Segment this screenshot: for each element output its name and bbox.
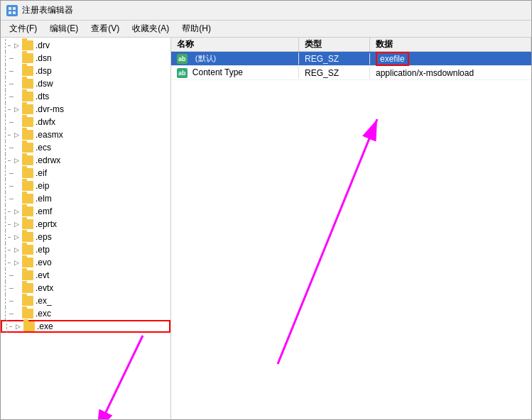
tree-item-etp[interactable]: ▷ .etp	[1, 243, 170, 256]
folder-icon-etp	[22, 245, 33, 255]
tree-item-emf[interactable]: ▷ .emf	[1, 205, 170, 218]
folder-icon-evo	[22, 258, 33, 267]
tree-label-exe: .exe	[37, 321, 53, 331]
tree-label-eps: .eps	[36, 232, 52, 242]
col-header-type: 类型	[299, 38, 370, 51]
folder-icon-eip	[22, 181, 33, 191]
tree-item-drv[interactable]: ▷ .drv	[1, 39, 170, 52]
col-header-name: 名称	[171, 38, 299, 51]
val-data-default: exefile	[370, 51, 531, 67]
default-badge: (默认)	[192, 54, 219, 62]
tree-item-elm[interactable]: .elm	[1, 192, 170, 205]
tree-item-eprtx[interactable]: ▷ .eprtx	[1, 218, 170, 231]
menu-edit[interactable]: 编辑(E)	[44, 21, 84, 36]
tree-item-eip[interactable]: .eip	[1, 179, 170, 192]
value-row-content-type[interactable]: ab Content Type REG_SZ application/x-msd…	[171, 66, 531, 80]
registry-editor-window: 注册表编辑器 文件(F) 编辑(E) 查看(V) 收藏夹(A) 帮助(H) ▷ …	[0, 0, 532, 420]
tree-label-evt: .evt	[36, 270, 49, 280]
expander-eprtx[interactable]: ▷	[11, 219, 22, 230]
expander-exe[interactable]: ▷	[12, 321, 23, 332]
folder-icon-dts	[22, 92, 33, 101]
tree-label-eif: .eif	[36, 168, 47, 178]
tree-label-ex_: .ex_	[36, 296, 52, 306]
tree-item-dvrms[interactable]: ▷ .dvr-ms	[1, 103, 170, 116]
expander-edrwx[interactable]: ▷	[11, 155, 22, 166]
folder-icon-dsn	[22, 53, 33, 63]
expander-eps[interactable]: ▷	[11, 231, 22, 243]
tree-item-easmx[interactable]: ▷ .easmx	[1, 128, 170, 141]
expander-drv[interactable]: ▷	[11, 40, 22, 51]
folder-icon-elm	[22, 194, 33, 204]
tree-label-dsn: .dsn	[36, 53, 52, 63]
tree-label-elm: .elm	[36, 194, 52, 204]
tree-item-dsw[interactable]: .dsw	[1, 77, 170, 90]
tree-label-easmx: .easmx	[36, 130, 63, 140]
svg-rect-0	[9, 7, 11, 10]
folder-icon-evt	[22, 270, 33, 280]
expander-dvrms[interactable]: ▷	[11, 104, 22, 115]
expander-evo[interactable]: ▷	[11, 257, 22, 268]
folder-icon-dvrms	[22, 104, 33, 114]
tree-item-evo[interactable]: ▷ .evo	[1, 256, 170, 269]
menu-favorites[interactable]: 收藏夹(A)	[126, 21, 175, 36]
svg-rect-3	[13, 11, 16, 14]
val-name-default: ab (默认)	[171, 52, 299, 65]
values-panel: 名称 类型 数据 ab (默认) REG_SZ exefile ab Co	[171, 38, 531, 419]
val-type-default: REG_SZ	[299, 53, 370, 65]
tree-item-edrwx[interactable]: ▷ .edrwx	[1, 154, 170, 167]
tree-item-evtx[interactable]: .evtx	[1, 282, 170, 294]
svg-rect-1	[13, 7, 16, 10]
tree-label-ecs: .ecs	[36, 143, 51, 153]
tree-label-eip: .eip	[36, 181, 49, 191]
folder-icon-ecs	[22, 143, 33, 153]
tree-label-emf: .emf	[36, 206, 52, 216]
tree-label-dsp: .dsp	[36, 66, 52, 76]
tree-item-evt[interactable]: .evt	[1, 269, 170, 282]
tree-item-dsn[interactable]: .dsn	[1, 52, 170, 65]
title-bar-icon	[6, 5, 18, 16]
tree-item-dwfx[interactable]: .dwfx	[1, 116, 170, 128]
val-name-content-type-label: Content Type	[192, 67, 243, 77]
ab-icon-default: ab	[177, 54, 188, 64]
folder-icon-eprtx	[22, 219, 33, 229]
tree-panel[interactable]: ▷ .drv .dsn	[1, 38, 171, 419]
menu-help[interactable]: 帮助(H)	[176, 21, 217, 36]
tree-item-eif[interactable]: .eif	[1, 167, 170, 179]
tree-label-dsw: .dsw	[36, 79, 53, 89]
tree-label-dts: .dts	[36, 92, 49, 101]
tree-label-drv: .drv	[36, 40, 50, 50]
tree-item-ex_[interactable]: .ex_	[1, 294, 170, 307]
tree-item-exe[interactable]: ▷ .exe	[1, 320, 170, 333]
tree-item-eps[interactable]: ▷ .eps	[1, 231, 170, 243]
val-name-content-type: ab Content Type	[171, 67, 299, 79]
tree-label-evtx: .evtx	[36, 283, 53, 293]
expander-emf[interactable]: ▷	[11, 206, 22, 217]
menu-view[interactable]: 查看(V)	[85, 21, 125, 36]
ab-icon-content-type: ab	[177, 68, 188, 78]
svg-rect-2	[9, 11, 11, 14]
folder-icon-eif	[22, 168, 33, 178]
folder-icon-dwfx	[22, 117, 33, 127]
tree-label-exc: .exc	[36, 309, 51, 319]
value-row-default[interactable]: ab (默认) REG_SZ exefile	[171, 52, 531, 66]
tree-item-dts[interactable]: .dts	[1, 90, 170, 103]
menu-bar: 文件(F) 编辑(E) 查看(V) 收藏夹(A) 帮助(H)	[1, 21, 531, 38]
tree-label-evo: .evo	[36, 258, 52, 267]
title-bar: 注册表编辑器	[1, 1, 531, 21]
expander-easmx[interactable]: ▷	[11, 129, 22, 140]
tree-label-etp: .etp	[36, 245, 50, 255]
expander-etp[interactable]: ▷	[11, 244, 22, 255]
folder-icon-easmx	[22, 130, 33, 140]
folder-icon-ex_	[22, 296, 33, 306]
tree-item-dsp[interactable]: .dsp	[1, 65, 170, 77]
col-header-data: 数据	[370, 38, 531, 51]
menu-file[interactable]: 文件(F)	[4, 21, 43, 36]
tree-item-exc[interactable]: .exc	[1, 307, 170, 320]
folder-icon-drv	[22, 40, 33, 50]
folder-icon-dsp	[22, 66, 33, 76]
tree-label-dvrms: .dvr-ms	[36, 104, 64, 114]
folder-icon-edrwx	[22, 155, 33, 165]
folder-icon-evtx	[22, 283, 33, 293]
tree-label-dwfx: .dwfx	[36, 117, 55, 127]
tree-item-ecs[interactable]: .ecs	[1, 141, 170, 154]
